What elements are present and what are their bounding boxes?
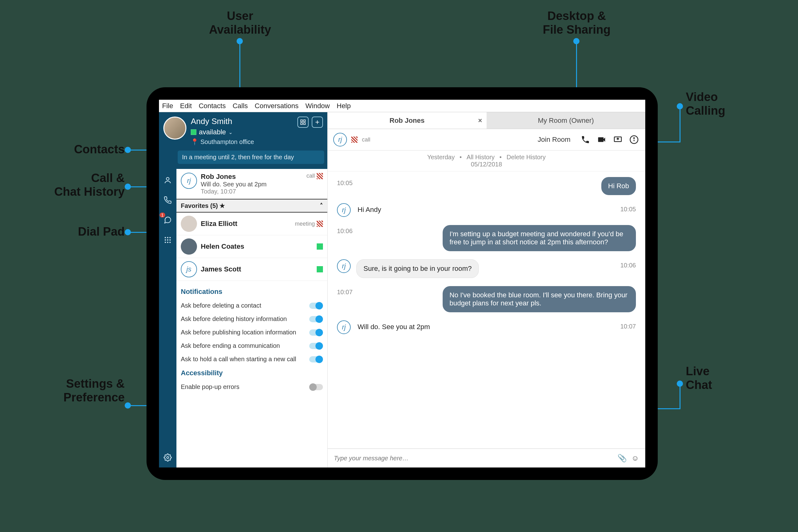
close-tab-icon[interactable]: × bbox=[478, 117, 482, 125]
call-history-icon[interactable] bbox=[162, 194, 173, 206]
svg-point-7 bbox=[165, 237, 166, 238]
svg-point-8 bbox=[167, 237, 168, 238]
callout-user-availability: User Availability bbox=[193, 10, 287, 36]
status-message[interactable]: In a meeting until 2, then free for the … bbox=[178, 151, 324, 164]
settings-icon[interactable] bbox=[162, 452, 173, 463]
history-link[interactable]: All History bbox=[463, 154, 498, 160]
recent-time: Today, 10:07 bbox=[201, 188, 267, 195]
annotation-dot bbox=[125, 184, 131, 190]
location-pin-icon: 📍 bbox=[191, 138, 198, 146]
busy-status-icon bbox=[317, 221, 323, 227]
profile-avatar[interactable] bbox=[163, 117, 186, 140]
contact-avatar-initials: rj bbox=[181, 173, 197, 189]
menu-file[interactable]: File bbox=[162, 102, 173, 110]
history-link[interactable]: Yesterday bbox=[424, 154, 458, 160]
message-in: Hi Andy bbox=[356, 203, 382, 216]
svg-point-11 bbox=[167, 239, 168, 241]
notifications-header: Notifications bbox=[181, 288, 323, 296]
svg-rect-3 bbox=[304, 123, 305, 125]
menu-window[interactable]: Window bbox=[305, 102, 330, 110]
chat-tab-active[interactable]: Rob Jones × bbox=[328, 112, 487, 129]
info-icon[interactable] bbox=[628, 134, 640, 145]
msg-timestamp: 10:06 bbox=[337, 225, 357, 235]
dial-pad-icon[interactable] bbox=[162, 234, 173, 246]
message-out: Hi Rob bbox=[601, 177, 636, 195]
recent-call-badge: call bbox=[306, 173, 315, 179]
annotation-line bbox=[680, 106, 681, 142]
svg-point-15 bbox=[169, 242, 171, 243]
msg-avatar: rj bbox=[337, 203, 351, 217]
toggle-switch[interactable] bbox=[309, 316, 323, 322]
setting-row: Ask before deleting a contact bbox=[181, 299, 323, 312]
contacts-icon[interactable] bbox=[162, 174, 173, 186]
phone-icon[interactable] bbox=[580, 134, 591, 145]
history-link[interactable]: Delete History bbox=[504, 154, 549, 160]
badge-count: 1 bbox=[159, 212, 165, 217]
contact-name: James Scott bbox=[201, 265, 241, 273]
recent-conversation[interactable]: rj Rob Jones Will do. See you at 2pm Tod… bbox=[176, 169, 327, 200]
add-button[interactable] bbox=[312, 117, 323, 128]
menubar: File Edit Contacts Calls Conversations W… bbox=[159, 100, 645, 112]
annotation-dot bbox=[236, 38, 243, 44]
message-out: No I've booked the blue room. I'll see y… bbox=[443, 286, 636, 312]
video-icon[interactable] bbox=[596, 134, 607, 145]
toggle-switch[interactable] bbox=[309, 303, 323, 309]
callout-call-chat-history: Call & Chat History bbox=[13, 171, 125, 198]
available-status-icon bbox=[317, 266, 323, 272]
chat-history-icon[interactable]: 1 bbox=[162, 214, 173, 226]
history-date: 05/12/2018 bbox=[331, 161, 642, 168]
grid-view-button[interactable] bbox=[297, 117, 309, 128]
favorites-header[interactable]: Favorites (5) ★ ˄ bbox=[176, 200, 327, 212]
app-screen: File Edit Contacts Calls Conversations W… bbox=[159, 100, 645, 468]
favorite-contact[interactable]: js James Scott bbox=[176, 258, 327, 281]
menu-edit[interactable]: Edit bbox=[180, 102, 192, 110]
svg-point-12 bbox=[169, 239, 171, 241]
msg-timestamp: 10:05 bbox=[337, 177, 357, 187]
callout-desktop-file-sharing: Desktop & File Sharing bbox=[530, 10, 624, 36]
toggle-switch[interactable] bbox=[309, 329, 323, 336]
menu-help[interactable]: Help bbox=[337, 102, 351, 110]
status-indicator-icon bbox=[191, 129, 196, 135]
setting-row: Ask before deleting history information bbox=[181, 312, 323, 326]
svg-point-6 bbox=[167, 177, 169, 180]
callout-settings-preference: Settings & Preference bbox=[13, 377, 125, 404]
callout-contacts: Contacts bbox=[13, 143, 125, 156]
busy-status-icon bbox=[351, 136, 358, 143]
contact-avatar bbox=[181, 239, 197, 254]
contact-avatar-initials: js bbox=[181, 261, 197, 278]
favorite-contact[interactable]: Eliza Elliott meeting bbox=[176, 212, 327, 235]
join-room-button[interactable]: Join Room bbox=[533, 134, 575, 146]
emoji-icon[interactable]: ☺ bbox=[631, 454, 639, 462]
callout-video-calling: Video Calling bbox=[686, 90, 767, 117]
chevron-up-icon: ˄ bbox=[320, 202, 323, 209]
menu-calls[interactable]: Calls bbox=[232, 102, 248, 110]
message-input[interactable] bbox=[334, 455, 618, 462]
annotation-line bbox=[240, 41, 240, 94]
callout-dial-pad: Dial Pad bbox=[13, 225, 125, 239]
callout-live-chat: Live Chat bbox=[686, 365, 748, 392]
chat-tab[interactable]: My Room (Owner) bbox=[487, 112, 646, 129]
share-screen-icon[interactable] bbox=[612, 134, 624, 145]
favorite-contact[interactable]: Helen Coates bbox=[176, 235, 327, 258]
profile-status[interactable]: available ⌄ bbox=[191, 128, 323, 136]
contact-name: Helen Coates bbox=[201, 243, 244, 251]
attach-icon[interactable]: 📎 bbox=[618, 454, 627, 462]
svg-point-16 bbox=[167, 457, 169, 459]
available-status-icon bbox=[317, 243, 323, 250]
chat-messages[interactable]: 10:05 Hi Rob rj Hi Andy 10:05 10:06 I'm … bbox=[328, 171, 645, 449]
message-out: I'm setting up a budget meeting and wond… bbox=[443, 225, 636, 251]
menu-contacts[interactable]: Contacts bbox=[198, 102, 226, 110]
svg-rect-2 bbox=[301, 123, 303, 125]
chevron-down-icon: ⌄ bbox=[228, 129, 232, 135]
toggle-switch[interactable] bbox=[309, 356, 323, 362]
annotation-dot bbox=[677, 381, 683, 387]
sidebar-content: rj Rob Jones Will do. See you at 2pm Tod… bbox=[176, 169, 327, 468]
svg-rect-1 bbox=[304, 120, 305, 122]
toggle-switch[interactable] bbox=[309, 343, 323, 349]
annotation-dot bbox=[125, 229, 131, 235]
message-in: Will do. See you at 2pm bbox=[356, 320, 431, 334]
msg-timestamp: 10:06 bbox=[620, 259, 636, 269]
chat-toolbar: rj call Join Room bbox=[328, 129, 645, 151]
toggle-switch[interactable] bbox=[309, 384, 323, 390]
menu-conversations[interactable]: Conversations bbox=[255, 102, 299, 110]
